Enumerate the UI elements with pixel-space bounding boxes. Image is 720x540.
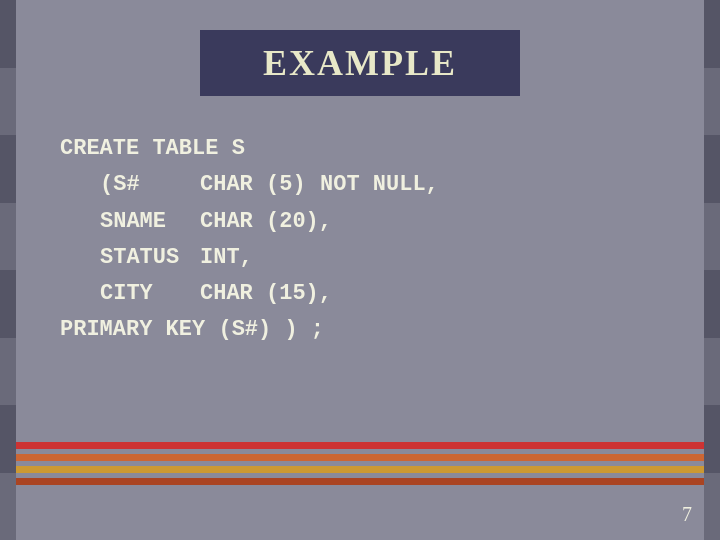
code-s#-type: CHAR (5) [200,167,320,203]
hbar-orange [16,454,704,461]
code-city-label: CITY [100,276,200,312]
slide: EXAMPLE CREATE TABLE S (S# CHAR (5) NOT … [0,0,720,540]
code-block: CREATE TABLE S (S# CHAR (5) NOT NULL, SN… [50,131,439,349]
hbar-red [16,442,704,449]
hbar-yellow [16,466,704,473]
code-line-1: CREATE TABLE S [60,131,439,167]
code-status-label: STATUS [100,240,200,276]
page-number: 7 [682,503,692,526]
code-status-type: INT, [200,240,320,276]
code-primary-key: PRIMARY KEY (S#) ) ; [60,312,324,348]
code-s#-constraint: NOT NULL, [320,167,439,203]
code-line-3: SNAME CHAR (20), [60,204,439,240]
code-line-2: (S# CHAR (5) NOT NULL, [60,167,439,203]
code-text: CREATE TABLE S [60,131,245,167]
bottom-decorative-bars [16,442,704,485]
code-line-6: PRIMARY KEY (S#) ) ; [60,312,439,348]
hbar-dark-red [16,478,704,485]
right-decorative-bars [704,0,720,540]
code-city-type: CHAR (15), [200,276,332,312]
code-s#-label: (S# [100,167,200,203]
code-sname-type: CHAR (20), [200,204,332,240]
slide-title: EXAMPLE [200,30,520,96]
code-line-4: STATUS INT, [60,240,439,276]
left-decorative-bars [0,0,16,540]
code-line-5: CITY CHAR (15), [60,276,439,312]
code-sname-label: SNAME [100,204,200,240]
